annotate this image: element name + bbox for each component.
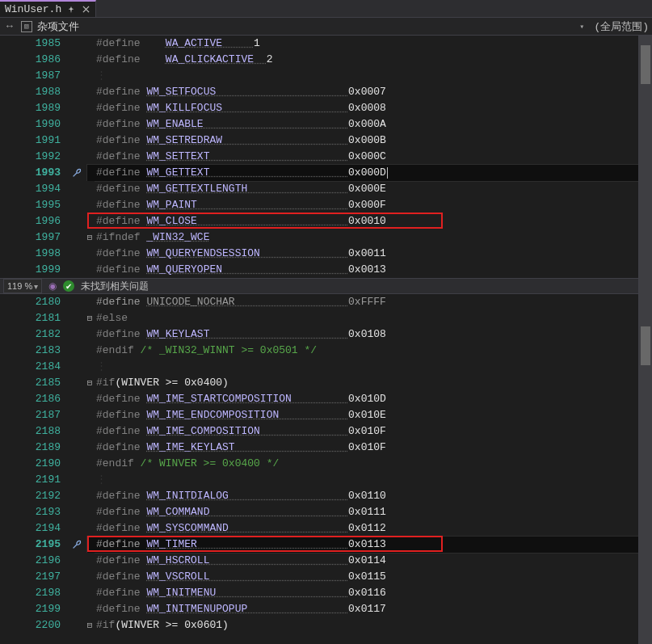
- code-line[interactable]: 1988#define WM_SETFOCUS 0x0007: [0, 84, 652, 100]
- code-content[interactable]: ⋮: [95, 68, 652, 84]
- code-content[interactable]: #define WM_TIMER 0x0113: [95, 537, 652, 553]
- code-content[interactable]: #define WM_SYSCOMMAND 0x0112: [95, 520, 652, 537]
- code-line[interactable]: 2187#define WM_IME_ENDCOMPOSITION 0x010E: [0, 407, 652, 423]
- code-line[interactable]: 2193#define WM_COMMAND 0x0111: [0, 504, 652, 520]
- code-content[interactable]: #else: [95, 310, 652, 326]
- code-line[interactable]: 2192#define WM_INITDIALOG 0x0110: [0, 488, 652, 504]
- close-icon[interactable]: [81, 5, 90, 15]
- code-line[interactable]: 1989#define WM_KILLFOCUS 0x0008: [0, 100, 652, 116]
- code-line[interactable]: 1986#define WA_CLICKACTIVE 2: [0, 52, 652, 68]
- code-line[interactable]: 2199#define WM_INITMENUPOPUP 0x0117: [0, 601, 652, 617]
- fold-toggle[interactable]: ⊟: [85, 310, 95, 326]
- code-content[interactable]: #define WM_IME_ENDCOMPOSITION 0x010E: [95, 407, 652, 423]
- code-content[interactable]: #define WM_IME_COMPOSITION 0x010F: [95, 423, 652, 440]
- code-line[interactable]: 1990#define WM_ENABLE 0x000A: [0, 116, 652, 133]
- nav-section-label[interactable]: 杂项文件: [37, 19, 79, 34]
- code-content[interactable]: #define WM_SETTEXT 0x000C: [95, 149, 652, 165]
- code-content[interactable]: #define UNICODE_NOCHAR 0xFFFF: [95, 294, 652, 310]
- code-content[interactable]: #if(WINVER >= 0x0400): [95, 375, 652, 391]
- fold-toggle[interactable]: ⊟: [85, 617, 95, 633]
- code-content[interactable]: #define WM_SETFOCUS 0x0007: [95, 84, 652, 100]
- code-content[interactable]: #define WM_IME_KEYLAST 0x010F: [95, 440, 652, 456]
- code-line[interactable]: 2188#define WM_IME_COMPOSITION 0x010F: [0, 423, 652, 440]
- code-content[interactable]: #define WM_GETTEXTLENGTH 0x000E: [95, 181, 652, 197]
- code-line[interactable]: 2198#define WM_INITMENU 0x0116: [0, 585, 652, 601]
- code-line[interactable]: 2195#define WM_TIMER 0x0113: [0, 537, 652, 553]
- code-line[interactable]: 1998#define WM_QUERYENDSESSION 0x0011: [0, 246, 652, 262]
- scrollbar-thumb-top[interactable]: [641, 45, 650, 84]
- code-content[interactable]: #define WM_QUERYENDSESSION 0x0011: [95, 246, 652, 262]
- code-content[interactable]: #define WM_GETTEXT 0x000D: [95, 165, 652, 181]
- line-number: 2181: [0, 310, 69, 326]
- code-line[interactable]: 2194#define WM_SYSCOMMAND 0x0112: [0, 520, 652, 537]
- scrollbar-thumb-bottom[interactable]: [641, 326, 650, 365]
- code-line[interactable]: 1997⊟#ifndef _WIN32_WCE: [0, 229, 652, 246]
- nav-back-forward-icon[interactable]: ↔: [3, 20, 16, 32]
- code-content[interactable]: #endif /* WINVER >= 0x0400 */: [95, 456, 652, 472]
- quick-action-icon[interactable]: [69, 165, 85, 181]
- code-line[interactable]: 2185⊟#if(WINVER >= 0x0400): [0, 375, 652, 391]
- code-line[interactable]: 2184⋮: [0, 359, 652, 375]
- code-content[interactable]: #define WM_SETREDRAW 0x000B: [95, 133, 652, 149]
- code-content[interactable]: #ifndef _WIN32_WCE: [95, 229, 652, 246]
- code-line[interactable]: 2197#define WM_VSCROLL 0x0115: [0, 569, 652, 585]
- fold-toggle[interactable]: ⊟: [85, 229, 95, 246]
- code-line[interactable]: 1985#define WA_ACTIVE 1: [0, 36, 652, 52]
- code-content[interactable]: #define WM_IME_STARTCOMPOSITION 0x010D: [95, 391, 652, 407]
- chevron-down-icon[interactable]: ▾: [579, 22, 584, 32]
- code-line[interactable]: 2180#define UNICODE_NOCHAR 0xFFFF: [0, 294, 652, 310]
- code-content[interactable]: #endif /* _WIN32_WINNT >= 0x0501 */: [95, 343, 652, 359]
- code-content[interactable]: #define WM_ENABLE 0x000A: [95, 116, 652, 133]
- code-content[interactable]: #define WM_CLOSE 0x0010: [95, 213, 652, 229]
- code-content[interactable]: #define WM_HSCROLL 0x0114: [95, 553, 652, 569]
- code-line[interactable]: 1993#define WM_GETTEXT 0x000D: [0, 165, 652, 181]
- code-line[interactable]: 2183#endif /* _WIN32_WINNT >= 0x0501 */: [0, 343, 652, 359]
- fold-toggle: [85, 68, 95, 84]
- code-content[interactable]: #define WM_KILLFOCUS 0x0008: [95, 100, 652, 116]
- code-content[interactable]: ⋮: [95, 472, 652, 488]
- margin: [69, 617, 85, 633]
- zoom-level[interactable]: 119 % ▾: [3, 279, 42, 293]
- chevron-down-icon[interactable]: ▾: [34, 282, 38, 291]
- code-line[interactable]: 1991#define WM_SETREDRAW 0x000B: [0, 133, 652, 149]
- fold-toggle[interactable]: ⊟: [85, 375, 95, 391]
- code-line[interactable]: 2186#define WM_IME_STARTCOMPOSITION 0x01…: [0, 391, 652, 407]
- code-content[interactable]: #if(WINVER >= 0x0601): [95, 617, 652, 633]
- code-content[interactable]: #define WM_INITDIALOG 0x0110: [95, 488, 652, 504]
- code-line[interactable]: 2189#define WM_IME_KEYLAST 0x010F: [0, 440, 652, 456]
- pin-icon[interactable]: [66, 5, 76, 15]
- code-content[interactable]: #define WM_COMMAND 0x0111: [95, 504, 652, 520]
- code-line[interactable]: 1992#define WM_SETTEXT 0x000C: [0, 149, 652, 165]
- code-content[interactable]: #define WA_CLICKACTIVE 2: [95, 52, 652, 68]
- margin: [69, 504, 85, 520]
- code-line[interactable]: 1995#define WM_PAINT 0x000F: [0, 197, 652, 213]
- code-line[interactable]: 2181⊟#else: [0, 310, 652, 326]
- purple-dot-icon[interactable]: ◉: [48, 280, 57, 292]
- tab-title: WinUser.h: [5, 3, 61, 15]
- vertical-scrollbar[interactable]: [638, 36, 652, 644]
- editor-pane-top[interactable]: 1985#define WA_ACTIVE 11986#define WA_CL…: [0, 36, 652, 278]
- code-content[interactable]: #define WM_QUERYOPEN 0x0013: [95, 262, 652, 278]
- code-content[interactable]: #define WM_INITMENUPOPUP 0x0117: [95, 601, 652, 617]
- code-content[interactable]: #define WM_VSCROLL 0x0115: [95, 569, 652, 585]
- code-content[interactable]: #define WM_KEYLAST 0x0108: [95, 326, 652, 343]
- code-line[interactable]: 2190#endif /* WINVER >= 0x0400 */: [0, 456, 652, 472]
- code-line[interactable]: 1999#define WM_QUERYOPEN 0x0013: [0, 262, 652, 278]
- fold-toggle: [85, 553, 95, 569]
- code-line[interactable]: 2200⊟#if(WINVER >= 0x0601): [0, 617, 652, 633]
- code-line[interactable]: 1996#define WM_CLOSE 0x0010: [0, 213, 652, 229]
- code-line[interactable]: 1987⋮: [0, 68, 652, 84]
- code-content[interactable]: #define WM_INITMENU 0x0116: [95, 585, 652, 601]
- code-line[interactable]: 2191⋮: [0, 472, 652, 488]
- code-content[interactable]: ⋮: [95, 359, 652, 375]
- code-line[interactable]: 1994#define WM_GETTEXTLENGTH 0x000E: [0, 181, 652, 197]
- code-line[interactable]: 2182#define WM_KEYLAST 0x0108: [0, 326, 652, 343]
- quick-action-icon[interactable]: [69, 537, 85, 553]
- nav-scope-label[interactable]: (全局范围): [594, 19, 649, 34]
- code-line[interactable]: 2196#define WM_HSCROLL 0x0114: [0, 553, 652, 569]
- editor-pane-bottom[interactable]: 2180#define UNICODE_NOCHAR 0xFFFF2181⊟#e…: [0, 294, 652, 633]
- code-content[interactable]: #define WA_ACTIVE 1: [95, 36, 652, 52]
- code-content[interactable]: #define WM_PAINT 0x000F: [95, 197, 652, 213]
- tab-winuser-h[interactable]: WinUser.h: [0, 0, 96, 17]
- fold-toggle: [85, 440, 95, 456]
